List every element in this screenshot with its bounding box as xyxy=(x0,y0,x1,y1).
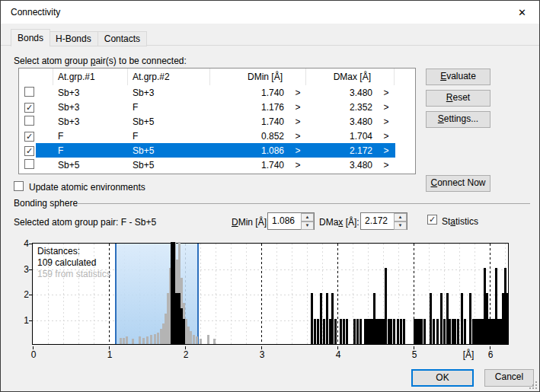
grid-major-vline xyxy=(261,244,262,344)
statistics-bar xyxy=(132,339,134,344)
row-checkbox-cell: ✓ xyxy=(19,102,53,113)
tab-contacts[interactable]: Contacts xyxy=(98,31,147,46)
grid-minor-vline xyxy=(246,244,247,344)
row-dmin: 1.740 xyxy=(210,160,289,171)
tab-h-bonds[interactable]: H-Bonds xyxy=(50,31,98,46)
calculated-bar xyxy=(340,319,342,345)
dmax-expand-icon[interactable]: > xyxy=(378,160,395,171)
calculated-bar xyxy=(443,319,446,345)
x-axis-tick-label: 4 xyxy=(330,349,347,360)
settings-button[interactable]: Settings... xyxy=(426,111,490,128)
calculated-bar xyxy=(343,319,345,345)
header-dmin: DMin [Å] xyxy=(210,69,306,85)
row-grp2: F xyxy=(128,131,210,142)
row-grp1: Sb+5 xyxy=(53,160,128,171)
update-environments-label: Update atomic environments xyxy=(29,182,145,193)
evaluate-button[interactable]: Evaluate xyxy=(426,69,490,85)
statistics-bar xyxy=(123,338,125,344)
table-row[interactable]: Sb+5Sb+51.740>3.480> xyxy=(19,158,415,172)
dmax-expand-icon[interactable]: > xyxy=(378,102,395,113)
dmax-expand-icon[interactable]: > xyxy=(378,131,395,142)
title-bar: Connectivity ✕ xyxy=(1,1,539,24)
y-axis-tick xyxy=(29,295,32,295)
dmin-expand-icon[interactable]: > xyxy=(289,131,306,142)
dmin-expand-icon[interactable]: > xyxy=(289,116,306,127)
row-grp2: Sb+5 xyxy=(128,145,210,156)
dmin-expand-icon[interactable]: > xyxy=(289,160,306,171)
connect-now-button[interactable]: Connect Now xyxy=(426,175,490,192)
row-checkbox[interactable]: ✓ xyxy=(24,146,34,156)
statistics-bar xyxy=(196,336,198,344)
statistics-bar xyxy=(207,335,209,344)
dmin-input[interactable]: 1.086 xyxy=(268,213,301,229)
row-grp1: Sb+3 xyxy=(53,88,128,98)
dmax-input[interactable]: 2.172 xyxy=(361,213,394,229)
row-checkbox-cell xyxy=(19,159,53,171)
update-environments-checkbox[interactable] xyxy=(14,181,24,191)
dmin-expand-icon[interactable]: > xyxy=(289,145,306,156)
calculated-bar xyxy=(393,319,395,345)
row-checkbox[interactable] xyxy=(24,87,34,97)
dmin-expand-icon[interactable]: > xyxy=(289,88,306,98)
row-checkbox-cell xyxy=(19,116,53,128)
row-checkbox[interactable] xyxy=(24,116,34,126)
dmin-spin-down-icon[interactable]: ▼ xyxy=(301,221,314,230)
statistics-bar xyxy=(139,336,141,344)
row-checkbox[interactable] xyxy=(24,159,34,169)
table-row[interactable]: ✓FF0.852>1.704> xyxy=(19,129,415,143)
tab-bonds[interactable]: Bonds xyxy=(11,29,50,46)
row-grp2: F xyxy=(128,102,210,113)
calculated-bar xyxy=(353,319,356,345)
dmax-expand-icon[interactable]: > xyxy=(378,88,395,98)
x-axis-tick-label: 3 xyxy=(254,349,270,360)
calculated-bar xyxy=(440,293,443,344)
annotation-line2: 109 calculated xyxy=(37,257,111,269)
row-checkbox[interactable]: ✓ xyxy=(24,103,34,113)
calculated-bar xyxy=(320,293,322,344)
dmax-expand-icon[interactable]: > xyxy=(378,116,395,127)
grid-minor-vline xyxy=(307,244,308,344)
row-grp1: Sb+3 xyxy=(53,102,128,113)
table-row[interactable]: Sb+3Sb+51.740>3.480> xyxy=(19,114,415,129)
reset-button[interactable]: Reset xyxy=(426,90,490,107)
table-row[interactable]: ✓Sb+3F1.176>2.352> xyxy=(19,100,415,114)
dmin-expand-icon[interactable]: > xyxy=(289,102,306,113)
dmin-spin-up-icon[interactable]: ▲ xyxy=(301,213,314,221)
calculated-bar xyxy=(334,319,337,345)
calculated-bar xyxy=(420,319,423,345)
statistics-checkbox[interactable]: ✓ xyxy=(427,215,437,225)
header-filler xyxy=(395,69,415,85)
row-grp2: Sb+3 xyxy=(128,88,210,98)
dmin-label: DMin [Å]: xyxy=(232,217,269,228)
header-grp1: At.grp.#1 xyxy=(53,69,128,85)
row-checkbox-cell: ✓ xyxy=(19,145,53,156)
dmax-expand-icon[interactable]: > xyxy=(378,145,395,156)
close-icon[interactable]: ✕ xyxy=(505,1,539,24)
row-checkbox[interactable]: ✓ xyxy=(24,132,34,142)
ok-button[interactable]: OK xyxy=(411,369,474,387)
row-dmin: 1.086 xyxy=(210,145,289,156)
calculated-bar xyxy=(449,319,451,345)
resize-grip[interactable] xyxy=(529,381,537,389)
statistics-bar xyxy=(150,335,152,344)
window-title: Connectivity xyxy=(1,7,60,18)
table-row[interactable]: Sb+3Sb+31.740>3.480> xyxy=(19,85,415,100)
row-dmax: 1.704 xyxy=(306,131,378,142)
statistics-bar xyxy=(142,338,145,344)
statistics-bar xyxy=(193,335,195,344)
statistics-bar xyxy=(190,331,192,344)
cancel-button[interactable]: Cancel xyxy=(484,369,534,387)
calculated-bar xyxy=(454,319,456,345)
dmax-spinner: 2.172 ▲ ▼ xyxy=(360,212,407,230)
dmax-spin-down-icon[interactable]: ▼ xyxy=(394,221,407,230)
annotation-line1: Distances: xyxy=(37,246,111,257)
row-checkbox-cell xyxy=(19,87,53,99)
calculated-bar xyxy=(317,319,319,345)
chart-annotation: Distances: 109 calculated 159 from stati… xyxy=(37,246,111,280)
row-grp1: F xyxy=(53,145,128,156)
row-checkbox-cell: ✓ xyxy=(19,131,53,142)
table-row[interactable]: ✓FSb+51.086>2.172> xyxy=(19,143,415,158)
row-dmin: 0.852 xyxy=(210,131,289,142)
grid-hline xyxy=(33,295,508,295)
dmax-spin-up-icon[interactable]: ▲ xyxy=(394,213,407,221)
